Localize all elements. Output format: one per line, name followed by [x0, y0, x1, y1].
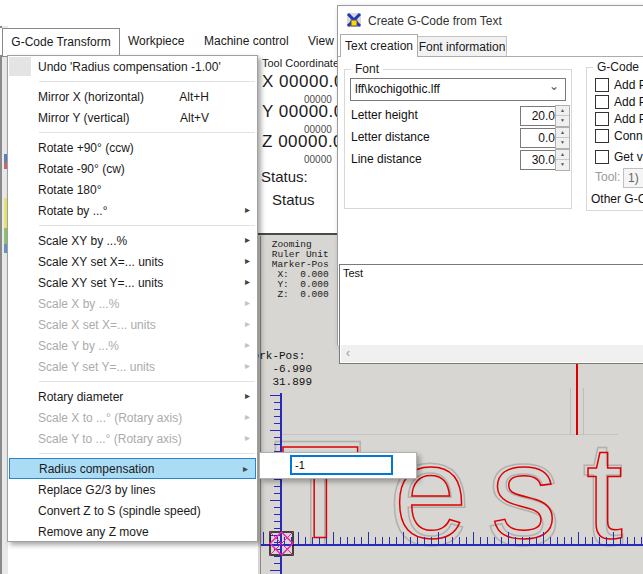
gcode-group-label: G-Code: [593, 60, 643, 74]
menu-item-rotate-by[interactable]: Rotate by ...° ▸: [8, 200, 257, 221]
menu-item-scale-y-set-y: Scale Y set Y=... units ▸: [8, 356, 257, 377]
checkbox-label: Add P: [614, 112, 643, 126]
font-select-value: lff\kochigothic.lff: [355, 82, 440, 96]
submenu-arrow-icon: ▸: [245, 318, 250, 329]
menu-separator: [39, 132, 255, 133]
tab-font-information[interactable]: Font information: [417, 36, 507, 57]
gcode-transform-menu: Undo 'Radius compensation -1.00' Mirror …: [7, 55, 258, 542]
menu-item-scale-xy-set-x[interactable]: Scale XY set X=... units ▸: [8, 251, 257, 272]
menu-item-rotate-180[interactable]: Rotate 180°: [8, 179, 257, 200]
tool-coordinate-header: Tool Coordinate: [262, 57, 339, 69]
menu-item-rotary-diameter[interactable]: Rotary diameter ▸: [8, 386, 257, 407]
menu-item-remove-z[interactable]: Remove any Z move: [8, 521, 257, 542]
line-distance-stepper[interactable]: ▲ ▼: [555, 149, 570, 171]
status-label: Status:: [261, 168, 308, 185]
submenu-arrow-icon: ▸: [245, 297, 250, 308]
spin-down-icon[interactable]: ▼: [556, 160, 569, 169]
coordinate-y: Y 00000.0: [262, 102, 344, 122]
coordinate-x: X 00000.0: [262, 72, 344, 92]
coordinate-z: Z 00000.0: [262, 132, 343, 152]
menu-item-scale-y-rotary: Scale Y to ...° (Rotary axis) ▸: [8, 428, 257, 449]
spin-up-icon[interactable]: ▲: [556, 106, 569, 116]
menu-item-rotate-cw[interactable]: Rotate -90° (cw): [8, 158, 257, 179]
submenu-arrow-icon: ▸: [245, 255, 250, 266]
menu-separator: [39, 453, 255, 454]
menu-separator: [39, 381, 255, 382]
spin-down-icon[interactable]: ▼: [556, 138, 569, 147]
spin-up-icon[interactable]: ▲: [556, 150, 569, 160]
menu-item-undo[interactable]: Undo 'Radius compensation -1.00': [8, 56, 257, 77]
shortcut-label: Alt+V: [180, 111, 209, 125]
checkbox-label: Add P: [614, 95, 643, 109]
menu-item-mirror-y[interactable]: Mirror Y (vertical) Alt+V: [8, 107, 257, 128]
tab-page: Font lff\kochigothic.lff ⌄ Letter height…: [338, 56, 643, 345]
menu-item-replace-g23[interactable]: Replace G2/3 by lines: [8, 479, 257, 500]
font-group: Font lff\kochigothic.lff ⌄ Letter height…: [344, 69, 572, 209]
submenu-arrow-icon: ▸: [245, 276, 250, 287]
tool-select[interactable]: 1): [623, 168, 643, 188]
canvas-info-text: Zooming Ruler Unit Marker-Pos X: 0.000 Y…: [266, 240, 329, 300]
submenu-arrow-icon: ▸: [245, 234, 250, 245]
coordinate-z-sub: 00000: [304, 154, 332, 165]
shortcut-label: Alt+H: [179, 90, 209, 104]
menu-item-scale-x-percent: Scale X by ...% ▸: [8, 293, 257, 314]
font-select[interactable]: lff\kochigothic.lff ⌄: [350, 78, 566, 101]
toolpath-lead-outline: [570, 388, 584, 435]
menu-workpiece[interactable]: Workpiece: [120, 28, 192, 55]
letter-distance-input[interactable]: 0.0: [520, 128, 559, 148]
checkbox-label: Add P: [614, 78, 643, 92]
status-value: Status: [272, 191, 315, 208]
letter-distance-label: Letter distance: [351, 130, 430, 144]
spin-down-icon[interactable]: ▼: [556, 116, 569, 125]
menu-view[interactable]: View: [300, 28, 342, 55]
origin-marker-icon: [269, 531, 294, 560]
menu-separator: [39, 81, 255, 82]
letter-height-label: Letter height: [351, 108, 418, 122]
letter-distance-stepper[interactable]: ▲ ▼: [555, 127, 570, 149]
radius-value-input[interactable]: [290, 455, 393, 475]
menu-item-rotate-ccw[interactable]: Rotate +90° (ccw): [8, 137, 257, 158]
checkbox-label: Get va: [614, 150, 643, 164]
menu-gcode-transform[interactable]: G-Code Transform: [2, 28, 120, 57]
menu-item-mirror-x[interactable]: Mirror X (horizontal) Alt+H: [8, 86, 257, 107]
horizontal-scrollbar[interactable]: ‹: [341, 345, 643, 362]
line-distance-input[interactable]: 30.0: [520, 150, 559, 170]
app-icon: [346, 12, 362, 32]
menu-item-scale-x-rotary: Scale X to ...° (Rotary axis) ▸: [8, 407, 257, 428]
submenu-arrow-icon: ▸: [245, 432, 250, 443]
line-distance-label: Line distance: [351, 152, 422, 166]
menu-item-radius-compensation[interactable]: Radius compensation ▸: [9, 458, 256, 479]
checkbox[interactable]: [595, 112, 609, 126]
menu-item-scale-x-set-x: Scale X set X=... units ▸: [8, 314, 257, 335]
menu-item-convert-z-to-s[interactable]: Convert Z to S (spindle speed): [8, 500, 257, 521]
checkbox[interactable]: [595, 129, 609, 143]
text-input-value: Test: [343, 267, 363, 279]
cad-canvas-border: [260, 236, 261, 574]
undo-icon: [9, 57, 31, 76]
horizontal-ruler-major-ticks: [263, 532, 643, 544]
menu-machine-control[interactable]: Machine control: [196, 28, 297, 55]
submenu-arrow-icon: ▸: [245, 411, 250, 422]
radius-compensation-popup: [259, 452, 417, 479]
submenu-arrow-icon: ▸: [243, 463, 248, 474]
horizontal-ruler: [261, 544, 643, 546]
checkbox[interactable]: [595, 150, 609, 164]
menu-item-scale-xy-set-y[interactable]: Scale XY set Y=... units ▸: [8, 272, 257, 293]
text-input-area[interactable]: Test ‹: [339, 264, 643, 364]
checkbox[interactable]: [595, 78, 609, 92]
checkbox[interactable]: [595, 95, 609, 109]
submenu-arrow-icon: ▸: [245, 390, 250, 401]
chevron-down-icon[interactable]: ⌄: [549, 79, 559, 93]
checkbox-label: Conne: [614, 129, 643, 143]
menu-item-scale-y-percent: Scale Y by ...% ▸: [8, 335, 257, 356]
menu-separator: [39, 225, 255, 226]
menu-item-scale-xy-percent[interactable]: Scale XY by ...% ▸: [8, 230, 257, 251]
submenu-arrow-icon: ▸: [245, 339, 250, 350]
submenu-arrow-icon: ▸: [245, 360, 250, 371]
scroll-left-icon[interactable]: ‹: [346, 346, 350, 360]
spin-up-icon[interactable]: ▲: [556, 128, 569, 138]
font-group-label: Font: [351, 62, 383, 76]
letter-height-input[interactable]: 20.0: [520, 106, 559, 126]
letter-height-stepper[interactable]: ▲ ▼: [555, 105, 570, 127]
tab-text-creation[interactable]: Text creation: [340, 34, 418, 57]
